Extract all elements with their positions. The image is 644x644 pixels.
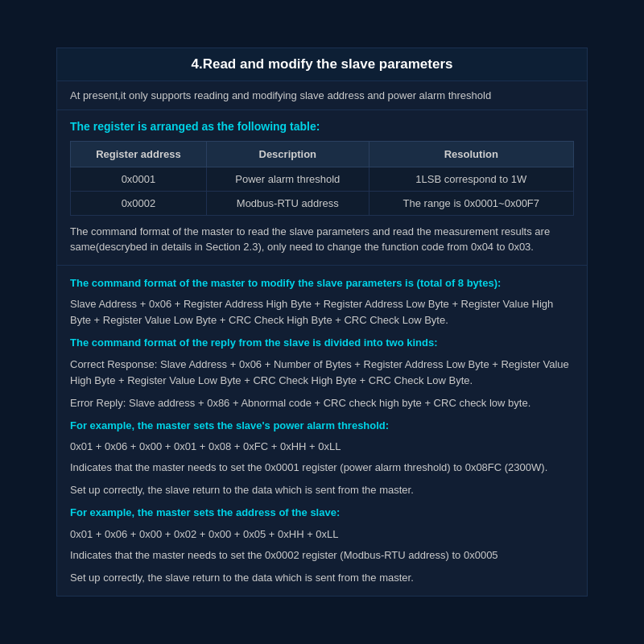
table-row: 0x0001 Power alarm threshold 1LSB corres… <box>71 167 574 191</box>
example-power-code-text: 0x01 + 0x06 + 0x00 + 0x01 + 0x08 + 0xFC … <box>70 440 341 452</box>
modify-body: Slave Address + 0x06 + Register Address … <box>70 296 574 328</box>
intro-section: At present,it only supports reading and … <box>57 81 587 110</box>
example-power-desc1-text: Indicates that the master needs to set t… <box>70 461 547 473</box>
register-heading: The register is arranged as the followin… <box>70 120 574 133</box>
table-header-row: Register address Description Resolution <box>71 141 574 167</box>
example-power-desc1: Indicates that the master needs to set t… <box>70 460 574 476</box>
example-power-desc2-text: Set up correctly, the slave return to th… <box>70 484 414 496</box>
modify-heading-text: The command format of the master to modi… <box>70 277 501 289</box>
outer-container: 4.Read and modify the slave parameters A… <box>0 0 644 644</box>
reply-heading: The command format of the reply from the… <box>70 335 574 351</box>
reply-correct-text: Correct Response: Slave Address + 0x06 +… <box>70 358 569 386</box>
example-address-desc2-text: Set up correctly, the slave return to th… <box>70 572 414 584</box>
intro-text: At present,it only supports reading and … <box>70 89 491 101</box>
example-address-desc1: Indicates that the master needs to set t… <box>70 547 574 564</box>
example-address-heading-text: For example, the master sets the address… <box>70 506 340 518</box>
page-title: 4.Read and modify the slave parameters <box>57 48 587 81</box>
example-address-code: 0x01 + 0x06 + 0x00 + 0x02 + 0x00 + 0x05 … <box>70 526 574 543</box>
example-address-desc1-text: Indicates that the master needs to set t… <box>70 549 498 561</box>
row1-resolution: 1LSB correspond to 1W <box>369 167 573 191</box>
example-power-heading: For example, the master sets the slave's… <box>70 418 574 434</box>
title-text: 4.Read and modify the slave parameters <box>191 56 452 72</box>
col-header-description: Description <box>206 141 369 167</box>
register-heading-text: The register is arranged as the followin… <box>70 120 320 133</box>
reply-error-text: Error Reply: Slave address + 0x86 + Abno… <box>70 397 530 409</box>
col-header-resolution: Resolution <box>369 141 573 167</box>
row1-address: 0x0001 <box>71 167 207 191</box>
register-section: The register is arranged as the followin… <box>57 110 587 266</box>
modify-heading: The command format of the master to modi… <box>70 275 574 291</box>
example-power-heading-text: For example, the master sets the slave's… <box>70 419 389 431</box>
reply-error: Error Reply: Slave address + 0x86 + Abno… <box>70 395 574 411</box>
example-power-code: 0x01 + 0x06 + 0x00 + 0x01 + 0x08 + 0xFC … <box>70 439 574 455</box>
register-table: Register address Description Resolution … <box>70 141 574 216</box>
example-power-desc2: Set up correctly, the slave return to th… <box>70 482 574 498</box>
row2-address: 0x0002 <box>71 191 207 215</box>
reply-heading-text: The command format of the reply from the… <box>70 336 438 349</box>
modify-section: The command format of the master to modi… <box>57 266 587 596</box>
example-address-heading: For example, the master sets the address… <box>70 505 574 521</box>
main-card: 4.Read and modify the slave parameters A… <box>56 47 588 597</box>
register-note: The command format of the master to read… <box>70 224 574 255</box>
row2-description: Modbus-RTU address <box>206 191 369 215</box>
modify-body-text: Slave Address + 0x06 + Register Address … <box>70 298 553 326</box>
col-header-address: Register address <box>71 141 207 167</box>
row1-description: Power alarm threshold <box>206 167 369 191</box>
example-address-code-text: 0x01 + 0x06 + 0x00 + 0x02 + 0x00 + 0x05 … <box>70 528 339 540</box>
reply-correct: Correct Response: Slave Address + 0x06 +… <box>70 357 574 389</box>
register-note-text: The command format of the master to read… <box>70 225 550 254</box>
table-row: 0x0002 Modbus-RTU address The range is 0… <box>71 191 574 215</box>
row2-resolution: The range is 0x0001~0x00F7 <box>369 191 573 215</box>
example-address-desc2: Set up correctly, the slave return to th… <box>70 570 574 586</box>
